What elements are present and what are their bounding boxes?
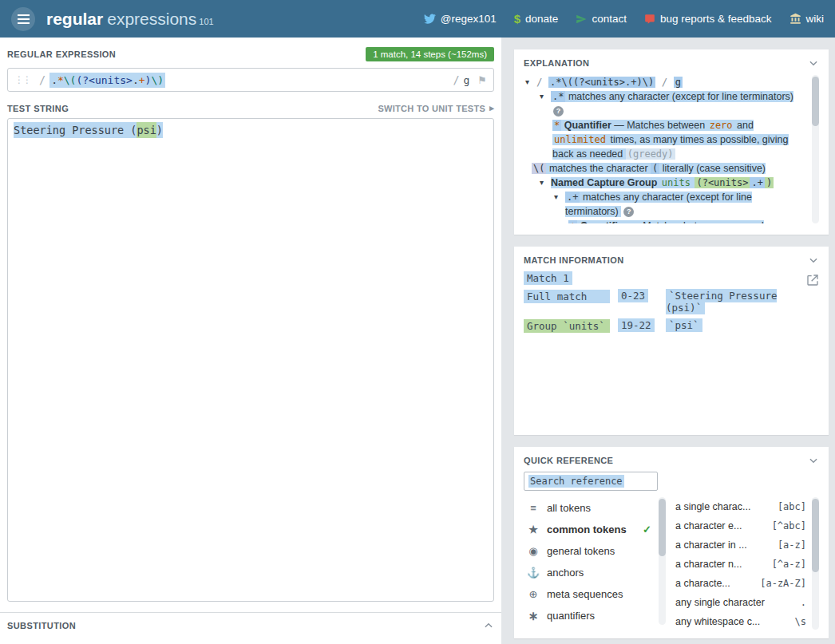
help-icon[interactable]	[623, 207, 634, 217]
reference-token-row[interactable]: a characte... [a-zA-Z]	[675, 574, 806, 593]
explanation-body: / .*\((?<units>.+)\) / g .* matches any …	[524, 75, 819, 223]
test-string-heading: TEST STRING	[7, 104, 69, 113]
nav-twitter-link[interactable]: @regex101	[424, 13, 497, 25]
value-unlimited: unlimited	[552, 134, 607, 145]
full-match-highlight: )	[156, 122, 163, 138]
hamburger-menu-button[interactable]	[11, 7, 35, 31]
token-code: .	[794, 597, 806, 608]
editor-column: REGULAR EXPRESSION 1 match, 14 steps (~1…	[0, 38, 501, 644]
scrollbar-thumb[interactable]	[812, 77, 819, 126]
full-match-row: Full match 0-23 `Steering Pressure (psi)…	[524, 290, 819, 314]
category-common-tokens[interactable]: common tokens	[524, 519, 653, 540]
category-anchors[interactable]: anchors	[524, 562, 653, 583]
explanation-text: matches any character (except for line t…	[565, 192, 752, 217]
token-description: a characte...	[675, 578, 730, 589]
explanation-panel: EXPLANATION / .*\((?<units>.+)\) / g .* …	[514, 49, 829, 235]
switch-to-unit-tests-link[interactable]: SWITCH TO UNIT TESTS	[378, 103, 494, 113]
match-name: Full match	[524, 290, 610, 303]
category-meta-sequences[interactable]: meta sequences	[524, 583, 653, 605]
explanation-text: and	[734, 120, 754, 131]
checkmark-icon	[643, 523, 651, 535]
token-star: *	[552, 120, 561, 131]
regex-delimiter: /	[655, 76, 674, 88]
explanation-row-regex: / .*\((?<units>.+)\) / g	[524, 75, 806, 89]
explanation-row-named-group: Named Capture Group units (?<units>.+)	[524, 176, 806, 190]
category-scrollbar[interactable]	[659, 497, 666, 625]
anchor-icon	[527, 567, 540, 579]
collapse-toggle-icon[interactable]	[554, 190, 558, 204]
explanation-scrollbar[interactable]	[812, 75, 819, 223]
reference-token-row[interactable]: any whitespace c... \s	[675, 612, 806, 630]
regex-token: *	[57, 74, 64, 86]
regex-token: \(	[64, 74, 77, 86]
collapse-toggle-icon[interactable]	[525, 75, 529, 89]
header-nav: @regex101 donate contact bug reports & f…	[424, 12, 824, 26]
group-name: Group `units`	[524, 319, 610, 333]
category-all-tokens[interactable]: all tokens	[524, 497, 653, 519]
reference-token-row[interactable]: a single charac... [abc]	[675, 497, 806, 516]
info-column: EXPLANATION / .*\((?<units>.+)\) / g .* …	[514, 38, 829, 644]
keyword-named-capture-group: Named Capture Group	[551, 177, 660, 188]
scrollbar-thumb[interactable]	[812, 499, 819, 572]
reference-token-row[interactable]: a character in ... [a-z]	[675, 535, 806, 555]
token-description: a character in ...	[675, 539, 747, 551]
category-label: all tokens	[547, 502, 591, 514]
reference-token-list: a single charac... [abc] a character e..…	[666, 497, 819, 630]
nav-contact-link[interactable]: contact	[576, 13, 627, 25]
twitter-icon	[424, 13, 436, 25]
nav-wiki-label: wiki	[806, 13, 825, 25]
group-value: `psi`	[666, 318, 702, 332]
help-icon[interactable]	[553, 106, 564, 117]
token-code: [abc]	[771, 501, 806, 512]
token-code: [a-zA-Z]	[754, 578, 806, 589]
token-plus: +	[568, 220, 577, 223]
substitution-toggle[interactable]: SUBSTITUTION	[0, 612, 501, 638]
match-information-header[interactable]: MATCH INFORMATION	[524, 255, 819, 266]
reference-token-row[interactable]: any single character .	[675, 593, 806, 612]
nav-wiki-link[interactable]: wiki	[789, 13, 825, 25]
collapse-toggle-icon[interactable]	[540, 89, 544, 104]
reference-token-row[interactable]: a character n... [^a-z]	[675, 555, 806, 574]
group-match-highlight: psi	[137, 122, 156, 138]
scrollbar-thumb[interactable]	[659, 499, 666, 556]
test-string-input[interactable]: Steering Pressure (psi)	[7, 118, 494, 602]
greedy-label: (greedy)	[626, 148, 675, 160]
globe-icon	[527, 588, 540, 600]
regex-pattern-text[interactable]: .*\((?<units>.+)\)	[49, 73, 165, 88]
token-group-open: (?<units>	[695, 177, 750, 188]
explanation-text: — Matches between	[611, 120, 708, 131]
chevron-down-icon	[808, 255, 819, 266]
token-list-scrollbar[interactable]	[812, 497, 819, 630]
asterisk-icon	[527, 609, 540, 623]
regex-input[interactable]: / .*\((?<units>.+)\) / g	[7, 68, 494, 92]
regex-flags[interactable]: g	[464, 74, 470, 86]
export-matches-icon[interactable]	[806, 274, 819, 289]
category-label: quantifiers	[547, 610, 595, 622]
category-label: general tokens	[547, 545, 615, 557]
reference-token-row[interactable]: a character e... [^abc]	[675, 516, 806, 535]
feedback-bubble-icon	[644, 14, 655, 25]
test-string-section-header: TEST STRING SWITCH TO UNIT TESTS	[7, 103, 494, 113]
drag-handle-icon[interactable]	[14, 74, 30, 85]
regex-flags-echo: g	[674, 77, 683, 88]
nav-twitter-label: @regex101	[441, 13, 497, 25]
search-reference-input[interactable]: Search reference	[524, 472, 658, 491]
explanation-text: matches any character (except for line t…	[565, 91, 793, 102]
regex-token: .	[51, 74, 57, 86]
app-logo[interactable]: regular expressions 101	[46, 10, 214, 29]
nav-bug-reports-link[interactable]: bug reports & feedback	[644, 13, 772, 25]
hamburger-icon	[18, 18, 30, 20]
match-range: 0-23	[618, 289, 648, 302]
chevron-up-icon	[483, 620, 494, 631]
collapse-toggle-icon[interactable]	[540, 176, 544, 190]
match-information-heading: MATCH INFORMATION	[524, 255, 624, 265]
flag-icon[interactable]	[477, 74, 487, 86]
category-quantifiers[interactable]: quantifiers	[524, 605, 653, 625]
nav-donate-link[interactable]: donate	[514, 12, 559, 26]
quick-reference-header[interactable]: QUICK REFERENCE	[524, 455, 819, 466]
match-steps-badge[interactable]: 1 match, 14 steps (~152ms)	[366, 47, 494, 61]
explanation-header[interactable]: EXPLANATION	[524, 57, 819, 69]
regex-section-header: REGULAR EXPRESSION 1 match, 14 steps (~1…	[7, 38, 494, 61]
regex-token: +	[139, 74, 145, 86]
category-general-tokens[interactable]: general tokens	[524, 540, 653, 562]
